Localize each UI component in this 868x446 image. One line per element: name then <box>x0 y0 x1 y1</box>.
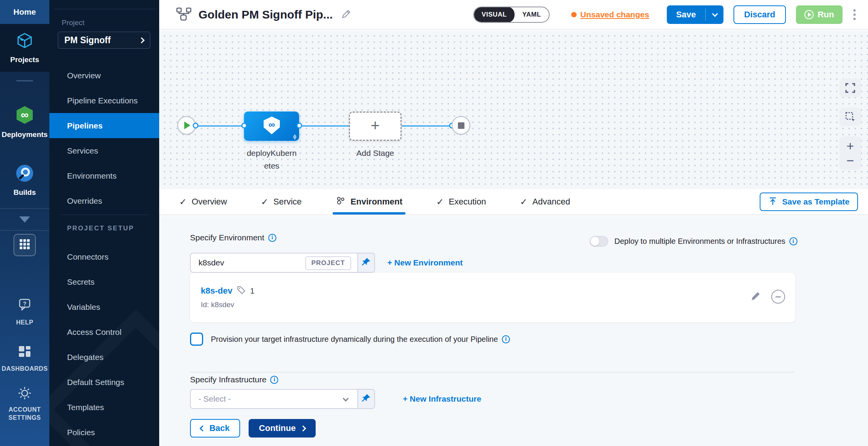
rail-item-home[interactable]: Home <box>0 0 49 24</box>
sidebar-item-pipelines[interactable]: Pipelines <box>49 113 159 138</box>
deploy-multiple-toggle[interactable] <box>590 236 608 247</box>
back-button[interactable]: Back <box>190 419 240 438</box>
pipeline-canvas[interactable]: ∞ ϕ + deployKubernetes Add Stage <box>159 30 868 189</box>
visual-toggle-button[interactable]: VISUAL <box>474 7 515 23</box>
environment-card: k8s-dev 1 Id: k8sdev <box>190 273 795 322</box>
yaml-toggle-button[interactable]: YAML <box>515 7 549 23</box>
run-button[interactable]: Run <box>796 5 843 24</box>
rail-collapse-strip[interactable] <box>0 208 49 231</box>
stage-node-deploykubernetes[interactable]: ∞ ϕ <box>244 112 299 141</box>
provision-checkbox[interactable] <box>190 333 203 346</box>
chevron-down-icon <box>343 395 349 402</box>
tab-advanced[interactable]: ✓ Advanced <box>520 189 570 215</box>
tab-overview-label: Overview <box>192 197 227 207</box>
infrastructure-placeholder: - Select - <box>191 394 343 404</box>
canvas-select-mode-button[interactable] <box>839 108 861 126</box>
play-circle-icon <box>804 10 814 19</box>
unsaved-changes-label: Unsaved changes <box>580 10 649 19</box>
save-button[interactable]: Save <box>667 5 705 24</box>
project-name: PM Signoff <box>64 35 111 46</box>
infrastructure-dropdown[interactable]: - Select - <box>190 389 358 409</box>
sidebar-item-pipeline-executions[interactable]: Pipeline Executions <box>49 88 159 113</box>
rail-item-builds[interactable]: Builds <box>0 164 49 197</box>
pin-icon <box>361 257 371 269</box>
edit-environment-button[interactable] <box>750 290 762 304</box>
svg-text:?: ? <box>23 300 26 307</box>
chevron-right-icon <box>300 425 306 431</box>
save-as-template-button[interactable]: Save as Template <box>760 193 858 211</box>
sidebar-menu: Overview Pipeline Executions Pipelines S… <box>49 63 159 213</box>
module-switcher-button[interactable] <box>13 234 36 256</box>
continue-button[interactable]: Continue <box>249 419 316 438</box>
canvas-fit-view-button[interactable] <box>839 79 861 97</box>
plus-icon: + <box>371 118 380 133</box>
sidebar-item-delegates[interactable]: Delegates <box>49 345 159 370</box>
rail-item-help[interactable]: ? HELP <box>0 298 49 327</box>
sidebar-item-templates[interactable]: Templates <box>49 395 159 420</box>
tab-overview[interactable]: ✓ Overview <box>179 189 227 215</box>
deployments-icon: ∞ <box>15 105 35 127</box>
sidebar-item-services[interactable]: Services <box>49 138 159 163</box>
pipeline-title: Golden PM Signoff Pip... <box>198 8 333 21</box>
continue-label: Continue <box>259 423 296 433</box>
new-environment-link[interactable]: + New Environment <box>387 258 463 267</box>
sidebar-item-overview[interactable]: Overview <box>49 63 159 88</box>
project-setup-menu: Connectors Secrets Variables Access Cont… <box>49 244 159 445</box>
sidebar-item-overrides[interactable]: Overrides <box>49 188 159 213</box>
svg-text:∞: ∞ <box>268 119 275 130</box>
add-stage-node[interactable]: + <box>349 112 402 141</box>
check-icon: ✓ <box>261 197 268 207</box>
pipeline-flowchart-icon <box>176 7 192 22</box>
tab-execution[interactable]: ✓ Execution <box>436 189 486 215</box>
environment-input[interactable] <box>191 258 306 267</box>
pin-environment-button[interactable] <box>358 253 375 273</box>
harness-pipeline-studio: Home Projects ∞ Deployments <box>0 0 868 446</box>
info-icon[interactable]: i <box>268 234 276 242</box>
sidebar-item-environments[interactable]: Environments <box>49 163 159 188</box>
remove-environment-button[interactable] <box>771 290 785 304</box>
tag-icon <box>236 285 246 297</box>
specify-environment-label: Specify Environment i <box>190 233 276 242</box>
grid-icon <box>19 239 30 251</box>
provision-checkbox-row: Provision your target infrastructure dyn… <box>190 333 510 346</box>
fit-view-icon <box>844 82 856 94</box>
tab-environment[interactable]: Environment <box>336 189 402 215</box>
rail-item-account-settings[interactable]: ACCOUNT SETTINGS <box>0 386 49 422</box>
project-selector[interactable]: PM Signoff <box>58 32 150 49</box>
help-chat-icon: ? <box>17 298 33 315</box>
project-scope-badge: PROJECT <box>305 256 351 270</box>
projects-cube-icon <box>15 32 34 52</box>
pin-infrastructure-button[interactable] <box>358 389 375 409</box>
tab-environment-label: Environment <box>351 197 402 207</box>
info-icon[interactable]: i <box>502 335 510 343</box>
sidebar-item-variables[interactable]: Variables <box>49 294 159 319</box>
edit-pencil-icon[interactable] <box>340 8 352 21</box>
connector-port <box>193 123 198 128</box>
provision-label: Provision your target infrastructure dyn… <box>211 335 510 344</box>
more-options-kebab-menu[interactable] <box>851 7 858 22</box>
discard-button[interactable]: Discard <box>733 5 786 24</box>
sidebar-item-default-settings[interactable]: Default Settings <box>49 370 159 395</box>
dashboards-label: DASHBOARDS <box>2 365 48 373</box>
svg-text:∞: ∞ <box>21 109 29 121</box>
rail-item-projects[interactable]: Projects <box>0 24 49 72</box>
infrastructure-select-group: - Select - <box>190 389 375 409</box>
unsaved-changes-link[interactable]: Unsaved changes <box>571 10 649 19</box>
tab-service[interactable]: ✓ Service <box>261 189 302 215</box>
sidebar-item-connectors[interactable]: Connectors <box>49 244 159 269</box>
rail-item-deployments[interactable]: ∞ Deployments <box>0 105 49 139</box>
environment-field: PROJECT <box>190 253 358 273</box>
new-infrastructure-link[interactable]: + New Infrastructure <box>403 394 481 404</box>
save-dropdown-button[interactable] <box>706 5 723 24</box>
zoom-out-button[interactable]: − <box>839 151 861 170</box>
sidebar-item-access-control[interactable]: Access Control <box>49 319 159 345</box>
environment-name-link[interactable]: k8s-dev <box>201 286 232 296</box>
info-icon[interactable]: i <box>789 237 797 245</box>
sidebar-item-policies[interactable]: Policies <box>49 420 159 445</box>
rail-item-dashboards[interactable]: DASHBOARDS <box>0 344 49 373</box>
project-setup-header: PROJECT SETUP <box>67 225 134 232</box>
dashboards-icon <box>17 344 32 361</box>
info-icon[interactable]: i <box>270 376 278 384</box>
save-as-template-label: Save as Template <box>782 197 849 206</box>
sidebar-item-secrets[interactable]: Secrets <box>49 269 159 294</box>
